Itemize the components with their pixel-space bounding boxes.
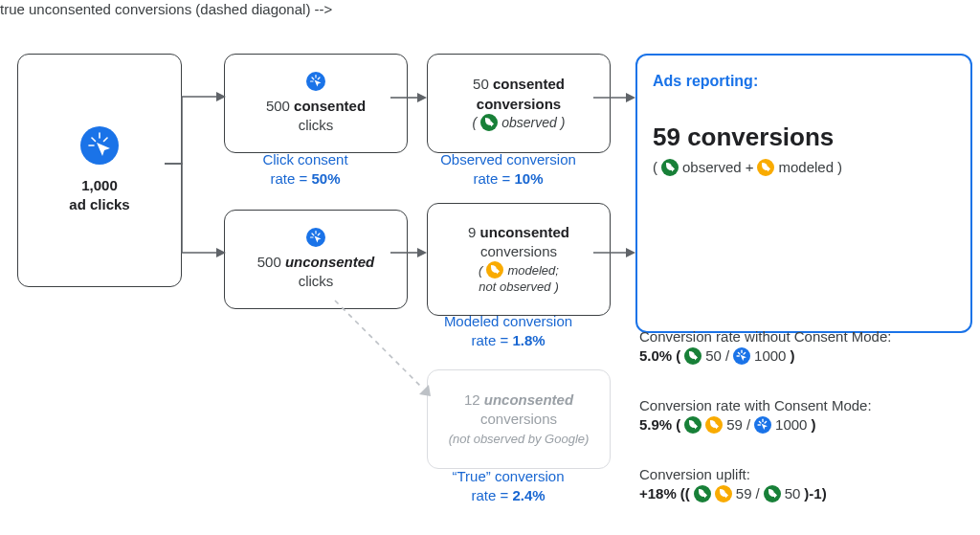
- note-with-consent-mode: Conversion rate with Consent Mode: 5.9% …: [639, 396, 965, 435]
- conversion-observed-icon: [661, 159, 679, 176]
- consented-conv-tag: observed: [501, 114, 557, 132]
- svg-marker-22: [417, 93, 427, 102]
- unconsented-conv-unit: conversions: [480, 242, 557, 261]
- svg-line-19: [765, 422, 767, 424]
- consented-conv-unit: conversions: [477, 96, 561, 112]
- conversion-observed-icon: [684, 347, 702, 365]
- ads-reporting-subtitle: ( observed + modeled ): [653, 158, 842, 177]
- conversion-observed-icon: [694, 485, 711, 502]
- unconsented-word: unconsented: [285, 254, 374, 270]
- consented-word: consented: [294, 98, 366, 114]
- node-unconsented-clicks: 500 unconsented clicks: [224, 210, 408, 309]
- arrow-modeled-to-ads: [593, 247, 637, 258]
- label-true-conversion-rate: “True” conversion rate = 2.4%: [427, 467, 590, 506]
- conversion-modeled-icon: [705, 416, 723, 434]
- ghost-tag: (not observed by Google): [449, 431, 590, 448]
- label-observed-conversion-rate: Observed conversion rate = 10%: [427, 150, 590, 189]
- ad-clicks-label: ad clicks: [69, 196, 129, 212]
- svg-line-2: [92, 138, 96, 142]
- conversion-observed-icon: [764, 485, 781, 502]
- svg-line-10: [312, 234, 314, 235]
- svg-marker-21: [216, 248, 226, 257]
- consented-conv-value: 50: [473, 76, 489, 92]
- click-icon: [754, 416, 771, 434]
- note-conversion-uplift: Conversion uplift: +18% (( 59 / 50 )-1): [639, 465, 965, 504]
- conversion-observed-icon: [684, 416, 702, 434]
- ghost-value: 12: [464, 391, 480, 408]
- click-icon: [733, 347, 750, 365]
- svg-line-15: [744, 353, 746, 355]
- svg-line-3: [104, 138, 108, 142]
- arrow-unconsented-clicks-to-true: [335, 301, 440, 406]
- ghost-word: unconsented: [484, 391, 573, 408]
- ads-reporting-value: 59 conversions: [653, 121, 834, 154]
- label-modeled-conversion-rate: Modeled conversion rate = 1.8%: [427, 312, 590, 351]
- node-unconsented-conversions-true: 12 unconsented conversions (not observed…: [427, 369, 611, 469]
- ads-reporting-title: Ads reporting:: [653, 71, 758, 92]
- unconsented-value: 500: [257, 254, 281, 270]
- arrow-adclicks-to-unconsented: [165, 163, 228, 258]
- node-ad-clicks: 1,000 ad clicks: [17, 54, 182, 287]
- unconsented-conv-value: 9: [468, 224, 476, 240]
- svg-line-18: [759, 422, 761, 424]
- svg-marker-23: [626, 93, 635, 102]
- unconsented-conv-word: unconsented: [480, 224, 569, 240]
- svg-line-11: [318, 234, 320, 235]
- conversion-observed-icon: [480, 114, 498, 131]
- node-ads-reporting: Ads reporting: 59 conversions ( observed…: [635, 54, 972, 333]
- click-icon: [306, 72, 325, 91]
- svg-marker-24: [417, 248, 427, 257]
- node-consented-clicks: 500 consented clicks: [224, 54, 408, 153]
- arrow-consented-clicks-to-conversions: [390, 92, 429, 103]
- arrow-unconsented-clicks-to-modeled: [390, 247, 429, 258]
- unconsented-conv-tag-a: modeled;: [507, 262, 558, 279]
- svg-marker-20: [216, 92, 226, 101]
- node-consented-conversions: 50 consented conversions ( observed): [427, 54, 611, 153]
- consented-value: 500: [266, 98, 290, 114]
- arrow-consented-conversions-to-ads: [593, 92, 637, 103]
- consented-conv-word: consented: [493, 76, 565, 92]
- svg-marker-26: [419, 385, 431, 396]
- conversion-modeled-icon: [486, 261, 503, 279]
- svg-marker-25: [626, 248, 635, 257]
- conversion-modeled-icon: [715, 485, 732, 502]
- consented-unit: clicks: [299, 116, 334, 135]
- node-unconsented-conversions-modeled: 9 unconsented conversions ( modeled; not…: [427, 203, 611, 316]
- conversion-modeled-icon: [757, 159, 774, 176]
- unconsented-conv-tag-b: not observed: [479, 279, 550, 296]
- svg-line-7: [318, 78, 320, 79]
- ghost-unit: conversions: [480, 410, 557, 429]
- ad-clicks-value: 1,000: [81, 177, 118, 193]
- svg-line-14: [738, 353, 740, 355]
- click-icon: [80, 126, 119, 165]
- svg-line-6: [312, 78, 314, 79]
- click-icon: [306, 228, 325, 247]
- note-without-consent-mode: Conversion rate without Consent Mode: 5.…: [639, 327, 965, 367]
- label-click-consent-rate: Click consent rate = 50%: [224, 150, 387, 189]
- arrow-adclicks-to-consented: [165, 88, 228, 174]
- unconsented-unit: clicks: [299, 272, 334, 291]
